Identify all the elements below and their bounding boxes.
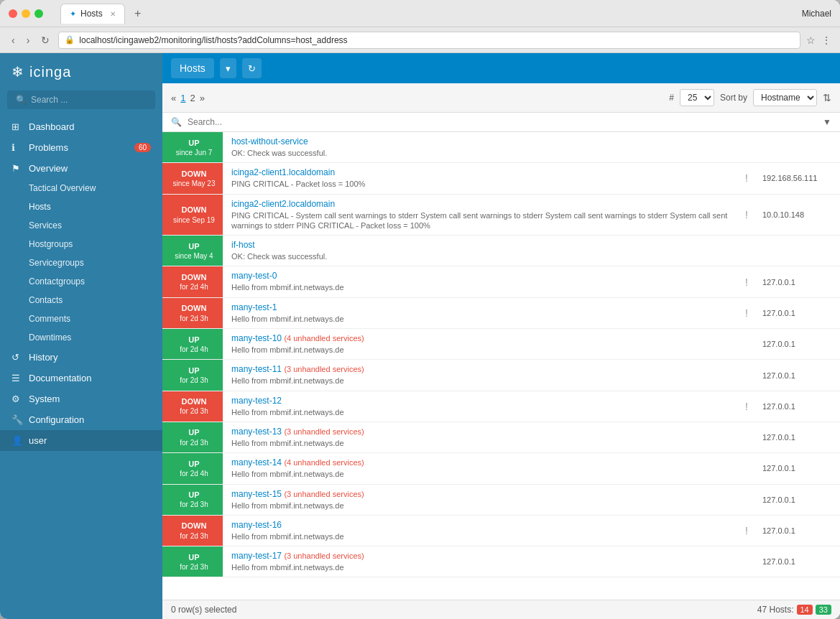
flag-icon: ⚑ [11, 163, 23, 174]
table-row[interactable]: UP since Jun 7 host-without-service OK: … [162, 132, 840, 163]
forward-button[interactable]: › [24, 32, 33, 49]
host-name-link[interactable]: if-host [231, 240, 255, 250]
host-name-link[interactable]: many-test-12 [231, 396, 282, 406]
address-bar[interactable]: 🔒 localhost/icingaweb2/monitoring/list/h… [58, 32, 800, 49]
status-badge: UP for 2d 3h [165, 485, 223, 515]
close-button[interactable] [9, 9, 17, 18]
host-name-link[interactable]: host-without-service [231, 136, 308, 146]
sidebar-label-problems: Problems [29, 142, 68, 153]
sidebar-item-hosts[interactable]: Hosts [0, 197, 162, 216]
host-ip: 127.0.0.1 [754, 391, 840, 422]
table-row[interactable]: DOWN for 2d 3h many-test-16 Hello from m… [162, 516, 840, 546]
sidebar-item-documentation[interactable]: ☰ Documentation [0, 368, 162, 388]
new-tab-button[interactable]: + [128, 4, 148, 24]
status-text: DOWN [182, 521, 207, 531]
sidebar-item-contacts[interactable]: Contacts [0, 291, 162, 310]
sidebar-item-dashboard[interactable]: ⊞ Dashboard [0, 116, 162, 137]
host-name-link[interactable]: icinga2-client2.localdomain [231, 199, 335, 209]
unhandled-services[interactable]: (3 unhandled services) [284, 365, 364, 373]
minimize-button[interactable] [22, 9, 30, 18]
host-name-link[interactable]: many-test-16 [231, 520, 282, 530]
filter-icon[interactable]: ▼ [823, 117, 831, 127]
alert-icon: ! [739, 195, 754, 236]
table-row[interactable]: UP for 2d 3h many-test-15 (3 unhandled s… [162, 485, 840, 516]
page-1-link[interactable]: 1 [180, 93, 185, 103]
host-name: many-test-1 [231, 302, 731, 312]
table-row[interactable]: DOWN for 2d 3h many-test-1 Hello from mb… [162, 298, 840, 329]
refresh-button[interactable]: ↻ [242, 58, 262, 78]
table-row[interactable]: DOWN since May 23 icinga2-client1.locald… [162, 163, 840, 194]
status-since: since May 4 [175, 251, 213, 261]
table-row[interactable]: UP for 2d 4h many-test-10 (4 unhandled s… [162, 329, 840, 360]
host-name-link[interactable]: many-test-0 [231, 271, 277, 281]
unhandled-services[interactable]: (3 unhandled services) [284, 551, 364, 560]
host-search-input[interactable] [188, 117, 817, 127]
table-row[interactable]: DOWN since Sep 19 icinga2-client2.locald… [162, 195, 840, 236]
sort-by-select[interactable]: Hostname [753, 89, 817, 106]
sidebar-item-hostgroups[interactable]: Hostgroups [0, 235, 162, 253]
host-name-link[interactable]: many-test-15 [231, 489, 282, 499]
table-row[interactable]: UP for 2d 3h many-test-11 (3 unhandled s… [162, 360, 840, 391]
sidebar-item-contactgroups[interactable]: Contactgroups [0, 272, 162, 291]
unhandled-services[interactable]: (3 unhandled services) [284, 490, 364, 498]
table-row[interactable]: DOWN for 2d 3h many-test-12 Hello from m… [162, 391, 840, 422]
table-row[interactable]: DOWN for 2d 4h many-test-0 Hello from mb… [162, 266, 840, 297]
status-text: DOWN [182, 303, 207, 313]
sidebar-item-comments[interactable]: Comments [0, 310, 162, 328]
bookmark-icon[interactable]: ☆ [806, 34, 816, 46]
tab-close-btn[interactable]: ✕ [110, 10, 116, 18]
host-name-link[interactable]: many-test-11 [231, 364, 282, 374]
unhandled-services[interactable]: (4 unhandled services) [284, 458, 364, 467]
logo-text: icinga [29, 64, 71, 80]
sidebar-item-configuration[interactable]: 🔧 Configuration [0, 409, 162, 430]
sidebar-item-servicegroups[interactable]: Servicegroups [0, 253, 162, 272]
status-since: for 2d 3h [180, 500, 208, 509]
status-since: for 2d 3h [180, 438, 208, 447]
page-2-link[interactable]: 2 [190, 93, 195, 103]
browser-menu-icon[interactable]: ⋮ [821, 34, 831, 46]
status-text: DOWN [182, 205, 207, 215]
unhandled-services[interactable]: (4 unhandled services) [284, 334, 364, 343]
alert-icon: ! [739, 266, 754, 297]
table-row[interactable]: UP for 2d 4h many-test-14 (4 unhandled s… [162, 453, 840, 484]
status-text: UP [188, 138, 199, 148]
maximize-button[interactable] [34, 9, 43, 18]
sidebar-item-system[interactable]: ⚙ System [0, 388, 162, 409]
reload-button[interactable]: ↻ [38, 32, 52, 49]
next-page-button[interactable]: » [200, 93, 205, 103]
unhandled-services[interactable]: (3 unhandled services) [284, 427, 364, 436]
table-row[interactable]: UP for 2d 3h many-test-13 (3 unhandled s… [162, 422, 840, 453]
host-name-link[interactable]: many-test-1 [231, 302, 277, 312]
sidebar-search-container[interactable]: 🔍 [7, 90, 155, 109]
back-button[interactable]: ‹ [9, 32, 18, 49]
sidebar-item-services[interactable]: Services [0, 216, 162, 235]
sidebar-item-downtimes[interactable]: Downtimes [0, 328, 162, 347]
per-page-select[interactable]: 25 [680, 89, 714, 106]
status-badge: UP since Jun 7 [165, 132, 223, 162]
host-info: icinga2-client2.localdomain PING CRITICA… [223, 195, 739, 236]
sidebar-item-overview[interactable]: ⚑ Overview [0, 158, 162, 179]
status-text: UP [188, 366, 199, 376]
browser-tab[interactable]: ✦ Hosts ✕ [60, 4, 125, 24]
sidebar-item-history[interactable]: ↺ History [0, 347, 162, 368]
host-ip: 10.0.10.148 [754, 195, 840, 236]
sidebar-item-user[interactable]: 👤 user [0, 430, 162, 451]
host-info: many-test-14 (4 unhandled services) Hell… [223, 453, 732, 483]
dropdown-button[interactable]: ▾ [220, 58, 236, 78]
sidebar: ❄ icinga 🔍 ⊞ Dashboard ℹ Problems 60 ⚑ [0, 53, 162, 619]
prev-page-button[interactable]: « [171, 93, 176, 103]
host-info: many-test-1 Hello from mbmif.int.netways… [223, 298, 739, 328]
sidebar-item-problems[interactable]: ℹ Problems 60 [0, 137, 162, 158]
host-name-link[interactable]: many-test-14 [231, 457, 282, 467]
host-name-link[interactable]: many-test-17 [231, 551, 282, 561]
search-input[interactable] [31, 95, 147, 105]
host-ip: 192.168.56.111 [754, 163, 840, 193]
sort-direction-button[interactable]: ⇅ [823, 92, 831, 103]
table-row[interactable]: UP since May 4 if-host OK: Check was suc… [162, 236, 840, 266]
host-name-link[interactable]: many-test-10 [231, 333, 282, 343]
search-icon: 🔍 [171, 117, 182, 127]
host-name-link[interactable]: icinga2-client1.localdomain [231, 167, 335, 177]
sidebar-item-tactical-overview[interactable]: Tactical Overview [0, 179, 162, 197]
table-row[interactable]: UP for 2d 3h many-test-17 (3 unhandled s… [162, 546, 840, 577]
host-name-link[interactable]: many-test-13 [231, 427, 282, 437]
